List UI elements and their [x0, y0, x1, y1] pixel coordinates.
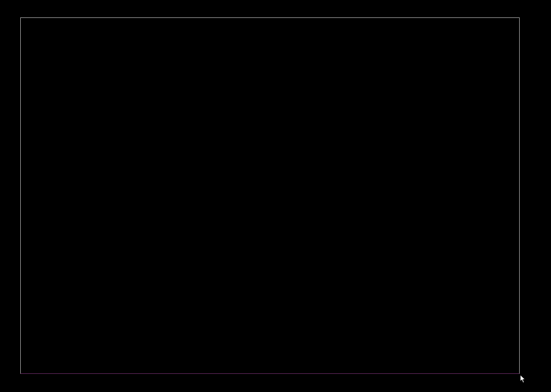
figure	[0, 0, 551, 392]
mouse-cursor-icon	[520, 375, 526, 384]
plot-area[interactable]	[20, 17, 520, 374]
spectrogram-canvas[interactable]	[21, 18, 519, 373]
colorbar-gradient	[534, 124, 538, 265]
